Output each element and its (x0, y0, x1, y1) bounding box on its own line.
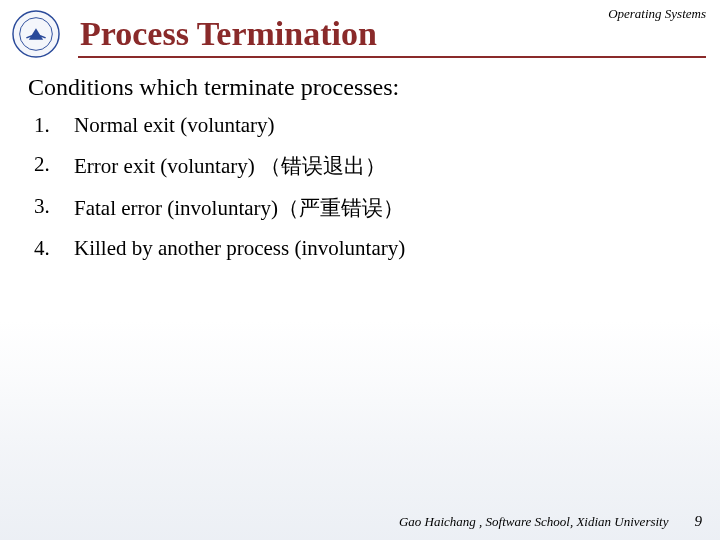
list-item: 1. Normal exit (voluntary) (34, 113, 700, 138)
conditions-list: 1. Normal exit (voluntary) 2. Error exit… (34, 113, 700, 261)
page-number: 9 (695, 513, 703, 530)
university-logo-icon (12, 10, 60, 58)
list-num: 4. (34, 236, 74, 261)
list-item: 2. Error exit (voluntary) （错误退出） (34, 152, 700, 180)
content-subhead: Conditions which terminate processes: (28, 74, 700, 101)
list-num: 1. (34, 113, 74, 138)
list-text: Fatal error (involuntary)（严重错误） (74, 194, 404, 222)
title-underline (78, 56, 706, 58)
footer-credit: Gao Haichang , Software School, Xidian U… (399, 514, 669, 530)
background-photo (0, 320, 720, 540)
list-text: Error exit (voluntary) （错误退出） (74, 152, 386, 180)
slide-title: Process Termination (80, 15, 377, 53)
slide-header: Operating Systems Process Termination (0, 0, 720, 58)
list-num: 3. (34, 194, 74, 222)
list-item: 4. Killed by another process (involuntar… (34, 236, 700, 261)
slide-footer: Gao Haichang , Software School, Xidian U… (399, 513, 702, 530)
list-num: 2. (34, 152, 74, 180)
list-item: 3. Fatal error (involuntary)（严重错误） (34, 194, 700, 222)
slide-content: Conditions which terminate processes: 1.… (28, 74, 700, 261)
course-label: Operating Systems (608, 6, 706, 22)
list-text: Killed by another process (involuntary) (74, 236, 405, 261)
list-text: Normal exit (voluntary) (74, 113, 275, 138)
